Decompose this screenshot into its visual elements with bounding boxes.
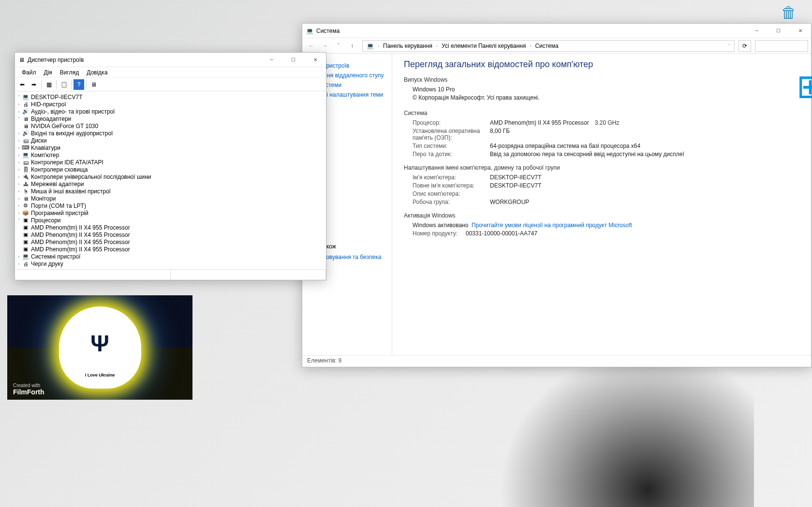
tree-category[interactable]: ›💻Системні пристрої: [16, 253, 325, 260]
windows-edition: Windows 10 Pro: [413, 86, 455, 93]
tree-category[interactable]: ›🖱Миша й інші вказівні пристрої: [16, 188, 325, 195]
close-button[interactable]: ✕: [304, 53, 326, 67]
ram-key: Установлена оперативна пам'ять (ОЗП):: [413, 128, 490, 141]
close-button[interactable]: ✕: [789, 24, 811, 38]
product-id-value: 00331-10000-00001-AA747: [466, 230, 537, 237]
tree-category[interactable]: ›🖴Диски: [16, 137, 325, 144]
breadcrumb-1[interactable]: Усі елементи Панелі керування: [440, 43, 528, 49]
tree-category[interactable]: ›🗄Контролери сховища: [16, 166, 325, 173]
nav-up-button[interactable]: ↑: [346, 43, 358, 49]
minimize-button[interactable]: ─: [261, 53, 282, 67]
chevron-right-icon[interactable]: ›: [434, 43, 440, 48]
nav-forward-button[interactable]: →: [319, 43, 331, 49]
tree-twisty[interactable]: ›: [16, 138, 22, 143]
tree-twisty[interactable]: ›: [16, 174, 22, 179]
menu-help[interactable]: Довідка: [83, 68, 111, 77]
toolbar-help-button[interactable]: ?: [74, 79, 84, 90]
device-icon: 🔌: [22, 174, 30, 180]
tree-device[interactable]: ▣AMD Phenom(tm) II X4 955 Processor: [16, 224, 325, 231]
device-icon: 🖥: [22, 116, 30, 122]
tree-device[interactable]: 🖥NVIDIA GeForce GT 1030: [16, 122, 325, 130]
menu-view[interactable]: Вигляд: [56, 68, 83, 77]
device-icon: 🖥: [22, 123, 30, 129]
tree-twisty[interactable]: ›: [16, 109, 22, 114]
maximize-button[interactable]: ☐: [282, 53, 304, 67]
desktop-media-card[interactable]: Ψ I Love Ukraine Created with FilmForth: [7, 295, 192, 400]
tree-twisty[interactable]: ›: [16, 145, 22, 150]
menu-file[interactable]: Файл: [18, 68, 40, 77]
tree-twisty[interactable]: ˅: [16, 116, 22, 121]
tree-device[interactable]: ▣AMD Phenom(tm) II X4 955 Processor: [16, 238, 325, 246]
device-label: Черги друку: [31, 261, 63, 267]
devmgr-title: Диспетчер пристроїв: [28, 57, 84, 63]
tree-category[interactable]: ›🖨HID-пристрої: [16, 101, 325, 108]
device-icon: ▣: [22, 232, 30, 238]
toolbar-show-hide-button[interactable]: ▦: [44, 79, 54, 90]
system-window: 💻 Система ─ ☐ ✕ ← → ˅ ↑ 💻 › Панель керув…: [302, 23, 812, 367]
tree-twisty[interactable]: ›: [16, 167, 22, 172]
tree-twisty[interactable]: ›: [16, 160, 22, 165]
tree-root[interactable]: ˅💻DESKTOP-IIECV7T: [16, 93, 325, 101]
tree-category[interactable]: ›🖥Монітори: [16, 195, 325, 202]
tree-twisty[interactable]: ›: [16, 203, 22, 208]
tree-category[interactable]: ›⌨Клавіатури: [16, 144, 325, 151]
devmgr-toolbar: ⬅ ➡ ▦ 📋 ? 🖥: [15, 78, 326, 91]
tree-category[interactable]: ˅▣Процесори: [16, 217, 325, 224]
tree-twisty[interactable]: ›: [16, 131, 22, 136]
tree-twisty[interactable]: ›: [16, 153, 22, 158]
devmgr-titlebar[interactable]: 🖥 Диспетчер пристроїв ─ ☐ ✕: [15, 53, 326, 67]
toolbar-back-button[interactable]: ⬅: [17, 79, 28, 90]
tree-category[interactable]: ›📦Програмний пристрій: [16, 209, 325, 217]
tree-device[interactable]: ▣AMD Phenom(tm) II X4 955 Processor: [16, 231, 325, 238]
fullname-value: DESKTOP-IIECV7T: [490, 182, 541, 189]
refresh-button[interactable]: ⟳: [738, 40, 751, 52]
toolbar-scan-button[interactable]: 🖥: [89, 79, 99, 90]
maximize-button[interactable]: ☐: [768, 24, 789, 38]
tree-twisty[interactable]: ›: [16, 254, 22, 259]
toolbar-properties-button[interactable]: 📋: [59, 79, 69, 90]
chevron-down-icon[interactable]: ˅: [726, 43, 732, 48]
breadcrumb-0[interactable]: Панель керування: [381, 43, 434, 49]
pen-value: Ввід за допомогою пера та сенсорний ввід…: [490, 151, 684, 158]
tree-category[interactable]: ›🖴Контролери IDE ATA/ATAPI: [16, 159, 325, 166]
tree-category[interactable]: ›🖧Мережеві адаптери: [16, 180, 325, 188]
device-label: Диски: [31, 137, 47, 144]
system-titlebar[interactable]: 💻 Система ─ ☐ ✕: [302, 24, 811, 38]
device-icon: 🖴: [22, 138, 30, 144]
chevron-right-icon[interactable]: ›: [376, 43, 381, 48]
device-label: Клавіатури: [31, 145, 60, 151]
nav-recent-button[interactable]: ˅: [332, 43, 345, 49]
tree-twisty[interactable]: ˅: [16, 95, 22, 100]
toolbar-forward-button[interactable]: ➡: [29, 79, 39, 90]
tree-twisty[interactable]: ›: [16, 102, 22, 107]
chevron-right-icon[interactable]: ›: [528, 43, 533, 48]
tree-twisty[interactable]: ›: [16, 189, 22, 194]
processor-speed: 3.20 GHz: [595, 119, 620, 126]
license-link[interactable]: Прочитайте умови ліцензії на програмний …: [472, 222, 632, 229]
breadcrumb-2[interactable]: Система: [533, 43, 560, 49]
tree-category[interactable]: ›🔌Контролери універсальної послідовної ш…: [16, 173, 325, 180]
ram-value: 8,00 ГБ: [490, 128, 510, 141]
minimize-button[interactable]: ─: [746, 24, 768, 38]
tree-category[interactable]: ›⚙Порти (COM та LPT): [16, 202, 325, 209]
device-icon: ▣: [22, 246, 30, 252]
tree-category[interactable]: ›🖨Черги друку: [16, 260, 325, 267]
tree-device[interactable]: ▣AMD Phenom(tm) II X4 955 Processor: [16, 246, 325, 253]
tree-category[interactable]: ›🔊Аудіо-, відео- та ігрові пристрої: [16, 108, 325, 115]
menu-action[interactable]: Дія: [40, 68, 56, 77]
tree-category[interactable]: ›💻Комп'ютер: [16, 151, 325, 159]
device-icon: 🖴: [22, 159, 30, 165]
device-label: HID-пристрої: [31, 101, 66, 108]
nav-back-button[interactable]: ←: [305, 43, 318, 49]
device-tree[interactable]: ˅💻DESKTOP-IIECV7T›🖨HID-пристрої›🔊Аудіо-,…: [15, 91, 326, 269]
tree-category[interactable]: ˅🖥Відеоадаптери: [16, 115, 325, 122]
tree-twisty[interactable]: ˅: [16, 218, 22, 223]
tree-twisty[interactable]: ›: [16, 182, 22, 187]
processor-key: Процесор:: [413, 119, 490, 126]
search-input[interactable]: [755, 40, 808, 52]
tree-category[interactable]: ›🔊Вхідні та вихідні аудіопристрої: [16, 130, 325, 137]
breadcrumb[interactable]: 💻 › Панель керування › Усі елементи Пане…: [362, 40, 735, 52]
tree-twisty[interactable]: ›: [16, 211, 22, 216]
tree-twisty[interactable]: ›: [16, 196, 22, 201]
tree-twisty[interactable]: ›: [16, 261, 22, 266]
